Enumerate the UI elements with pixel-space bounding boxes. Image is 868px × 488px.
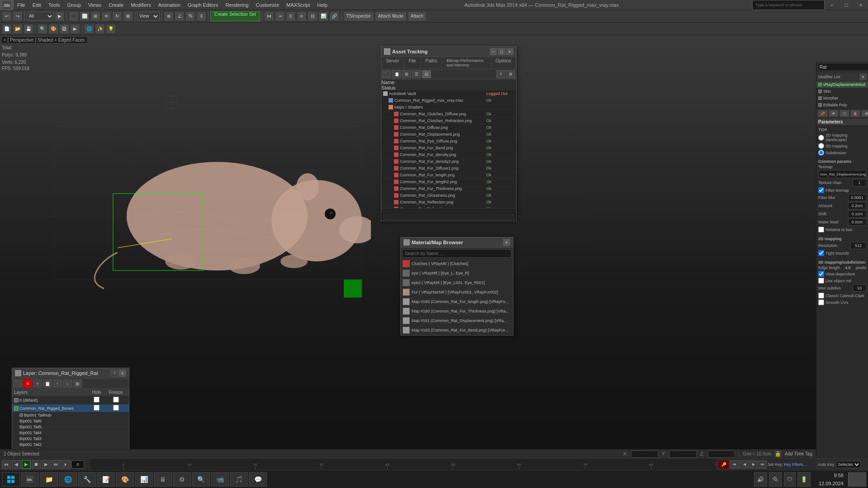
at-path-input[interactable] xyxy=(383,213,514,220)
layer-tb-btn4[interactable]: 📋 xyxy=(43,379,52,388)
taskbar-explorer[interactable]: 📁 xyxy=(40,472,58,487)
layer-row-2[interactable]: Bip001 TailHub xyxy=(12,412,129,418)
taskbar-app2[interactable]: 📝 xyxy=(97,472,115,487)
at-row-img-13[interactable]: Common_Rat_Reflection.png Ok xyxy=(381,199,516,206)
at-minimize-btn[interactable]: − xyxy=(490,48,497,55)
filter-texmap-check[interactable] xyxy=(818,187,824,193)
spinner-snap-btn[interactable]: ⧖ xyxy=(196,11,206,21)
new-btn[interactable]: 📄 xyxy=(2,24,12,34)
layer-row-0[interactable]: 0 (default) xyxy=(12,396,129,404)
texture-chan-input[interactable] xyxy=(853,179,866,186)
layer-row-1[interactable]: Common_Rat_Rigged_Bones xyxy=(12,404,129,412)
save-btn[interactable]: 💾 xyxy=(24,24,33,34)
max-subdivs-input[interactable] xyxy=(853,284,866,292)
configure-btn[interactable]: ⚙ xyxy=(861,110,868,117)
taskbar-app8[interactable]: 📹 xyxy=(211,472,229,487)
layer-help-btn[interactable]: ? xyxy=(111,370,118,377)
modifier-list-dropdown[interactable]: ▼ xyxy=(860,74,866,80)
texmap-btn[interactable]: mon_Rat_Displacement.png) xyxy=(818,170,866,178)
layer-hide-1[interactable] xyxy=(94,405,100,411)
layer-tb-btn2[interactable]: ✕ xyxy=(23,379,32,388)
at-tab-server[interactable]: Server xyxy=(381,57,404,69)
water-level-input[interactable] xyxy=(848,218,866,226)
relative-bbox-check[interactable] xyxy=(818,227,824,232)
taskbar-clock[interactable]: 9:58 12.09.2024 xyxy=(815,471,847,488)
modifier-editable-poly[interactable]: Editable Poly xyxy=(816,102,868,109)
use-object-mtl-check[interactable] xyxy=(818,278,824,284)
prev-frame-btn[interactable]: ⏮ xyxy=(2,460,11,469)
mb-item-3[interactable]: Fur ( VRayHairMtl ) [VRayFur001, VRayFur… xyxy=(401,288,513,297)
menu-customize[interactable]: Customize xyxy=(252,0,283,10)
at-tab-options[interactable]: Options xyxy=(491,57,516,69)
rotate-btn[interactable]: ↻ xyxy=(112,11,122,21)
menu-animation[interactable]: Animation xyxy=(155,0,184,10)
y-coord-input[interactable] xyxy=(669,450,697,458)
key-mode-btn[interactable]: ⏮ xyxy=(730,460,740,469)
mb-item-6[interactable]: Map #161 (Common_Rat_Displacement.png) [… xyxy=(401,316,513,326)
at-tb-btn4[interactable]: ☰ xyxy=(412,70,421,78)
mirror-btn[interactable]: ⧖ xyxy=(286,11,296,21)
link-btn[interactable]: ⋈ xyxy=(264,11,274,21)
shift-input[interactable] xyxy=(848,210,866,218)
at-tb-btn3[interactable]: ⊞ xyxy=(402,70,411,78)
at-row-max-file[interactable]: Common_Rat_Rigged_max_vray.max Ok xyxy=(381,97,516,104)
layer-row-5[interactable]: Bip001 Tail4 xyxy=(12,430,129,436)
name-input[interactable] xyxy=(818,63,868,71)
schematic-btn[interactable]: 🔗 xyxy=(329,11,339,21)
at-tb-help[interactable]: ? xyxy=(496,70,505,78)
create-selection-btn[interactable]: Create Selection Set xyxy=(210,11,260,21)
track-view-btn[interactable]: 📊 xyxy=(318,11,328,21)
align-btn[interactable]: ≡ xyxy=(297,11,307,21)
at-row-img-5[interactable]: Common_Rat_Fur_Bend.png Ok xyxy=(381,145,516,152)
mat-browser-search[interactable] xyxy=(402,249,512,258)
menu-graph-editors[interactable]: Graph Editors xyxy=(184,0,222,10)
render-btn[interactable]: ▶ xyxy=(70,24,80,34)
at-tb-btn5[interactable]: ⊟ xyxy=(422,70,431,78)
tray-icon1[interactable]: 🔊 xyxy=(754,472,767,487)
layer-tb-btn3[interactable]: + xyxy=(33,379,42,388)
play-back-btn[interactable]: ▶ xyxy=(22,460,31,469)
show-all-btn[interactable]: 👁 xyxy=(829,110,839,117)
z-coord-input[interactable] xyxy=(708,450,735,458)
time-ruler[interactable]: 0 10 20 30 40 50 60 70 80 90 100 xyxy=(90,459,816,470)
at-row-img-4[interactable]: Common_Rat_Eye_Diffuse.png Ok xyxy=(381,138,516,145)
at-row-img-7[interactable]: Common_Rat_Fur_density2.png Ok xyxy=(381,158,516,165)
at-tab-file[interactable]: File xyxy=(404,57,421,69)
taskbar-app4[interactable]: 📊 xyxy=(135,472,153,487)
at-row-img-2[interactable]: Common_Rat_Diffuse.png Ok xyxy=(381,124,516,131)
menu-edit[interactable]: Edit xyxy=(29,0,45,10)
at-row-img-8[interactable]: Common_Rat_Fur_Diffuse2.png Ok xyxy=(381,165,516,172)
taskbar-app3[interactable]: 🎨 xyxy=(116,472,134,487)
at-tb-settings[interactable]: ⚙ xyxy=(506,70,515,78)
prev-key-btn[interactable]: ◀ xyxy=(12,460,21,469)
at-tab-paths[interactable]: Paths xyxy=(421,57,442,69)
windows-start-btn[interactable] xyxy=(2,472,20,487)
type-3d-radio[interactable]: 3D mapping xyxy=(818,142,866,149)
menu-maxscript[interactable]: MAXScript xyxy=(283,0,313,10)
at-maximize-btn[interactable]: □ xyxy=(498,48,505,55)
redo-btn[interactable]: ↪ xyxy=(13,11,23,21)
menu-file[interactable]: File xyxy=(14,0,29,10)
tray-icon3[interactable]: 🛡 xyxy=(784,472,796,487)
layer-row-7[interactable]: Bip001 Tail2 xyxy=(12,442,129,448)
last-key-btn[interactable]: ⏭ xyxy=(759,460,767,469)
select-obj-btn[interactable]: ⬛ xyxy=(69,11,79,21)
effects-btn[interactable]: ✨ xyxy=(95,24,105,34)
environment-btn[interactable]: 🌐 xyxy=(84,24,94,34)
material-editor-btn[interactable]: 🎨 xyxy=(48,24,58,34)
add-time-tag-btn[interactable]: Add Time Tag xyxy=(785,451,812,456)
modifier-vray-displacement[interactable]: vRayDisplacementMod xyxy=(816,81,868,88)
amount-input[interactable] xyxy=(848,202,866,209)
layer-panel-close-btn[interactable]: × xyxy=(119,370,126,377)
snap-btn[interactable]: ⊕ xyxy=(164,11,174,21)
make-unique-btn[interactable]: ⬡ xyxy=(840,110,849,117)
menu-create[interactable]: Create xyxy=(105,0,127,10)
attach-btn[interactable]: Attach xyxy=(408,11,427,21)
attach-mode-btn[interactable]: Attach Mode xyxy=(375,11,407,21)
layer-row-4[interactable]: Bip001 Tail5 xyxy=(12,424,129,430)
at-row-img-3[interactable]: Common_Rat_Displacement.png Ok xyxy=(381,131,516,138)
remove-mod-btn[interactable]: 🗑 xyxy=(850,110,860,117)
layer-tb-btn5[interactable]: ↑ xyxy=(53,379,62,388)
close-btn[interactable]: × xyxy=(854,0,868,10)
layer-freeze-0[interactable] xyxy=(113,397,119,403)
